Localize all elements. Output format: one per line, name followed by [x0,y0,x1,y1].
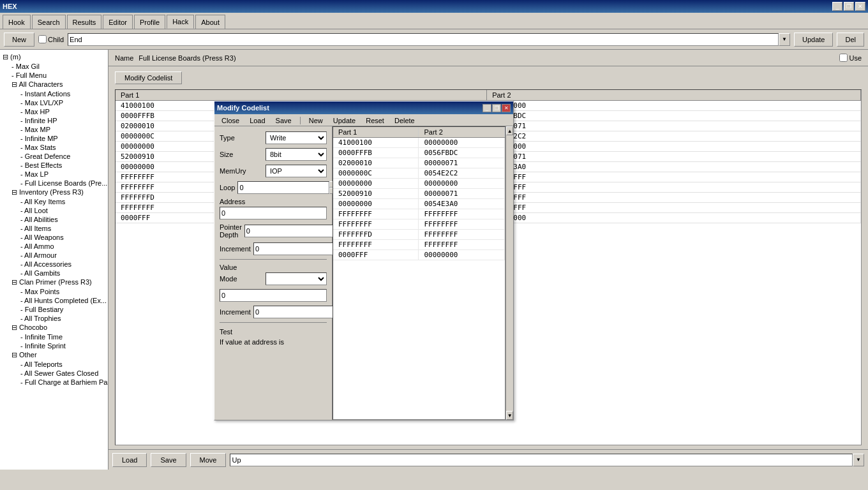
tree-item-maxgil[interactable]: - Max Gil [3,62,105,71]
tree-item-maxhp[interactable]: - Max HP [3,107,105,116]
mode-select[interactable] [266,272,327,285]
tree-item-clanprimer[interactable]: ⊟ Clan Primer (Press R3) [3,278,105,287]
tree-item-allweapons[interactable]: - All Weapons [3,233,105,242]
modal-table-cell: 0000000C [333,168,419,179]
table-row[interactable]: 0000000C0054E2C2 [333,168,505,179]
restore-button[interactable]: ❐ [844,2,854,11]
tree-item-fullcharge[interactable]: - Full Charge at Barhiem Passage [3,378,105,387]
tree-item-instantactions[interactable]: - Instant Actions [3,89,105,98]
tab-search[interactable]: Search [32,15,66,29]
tree-item-inventory[interactable]: ⊟ Inventory (Press R3) [3,188,105,197]
tree-item-allcharacters[interactable]: ⊟ All Characters [3,80,105,89]
tree-item-m[interactable]: ⊟ (m) [3,52,105,62]
tree-item-maxlp[interactable]: - Max LP [3,170,105,179]
tree-item-infinitesprint[interactable]: - Infinite Sprint [3,341,105,350]
modal-menu-save[interactable]: Save [271,115,296,126]
tree-item-allgambits[interactable]: - All Gambits [3,269,105,278]
tree-item-allitems[interactable]: - All Items [3,224,105,233]
tab-hack[interactable]: Hack [167,15,194,29]
del-button[interactable]: Del [837,33,864,47]
value-input[interactable] [220,289,327,302]
child-checkbox[interactable] [38,35,47,43]
modal-minimize-btn[interactable]: _ [483,104,491,112]
tab-profile[interactable]: Profile [134,15,165,29]
address-input[interactable] [220,207,327,219]
tree-item-maxpoints[interactable]: - Max Points [3,287,105,296]
tree-item-maxstats[interactable]: - Max Stats [3,143,105,152]
tree-item-greatdefence[interactable]: - Great Defence [3,152,105,161]
tree-item-allammo[interactable]: - All Ammo [3,242,105,251]
modal-restore-btn[interactable]: ❐ [492,104,501,112]
table-row[interactable]: 0200001000000071 [333,158,505,168]
increment2-row: Increment [220,306,327,318]
tree-item-fullmenu[interactable]: - Full Menu [3,71,105,80]
modal-menu-close[interactable]: Close [217,115,244,126]
size-row: Size 8bit 16bit 32bit [220,148,327,161]
tree-item-maxmp[interactable]: - Max MP [3,125,105,134]
tree-item-allkeyitems[interactable]: - All Key Items [3,197,105,206]
tab-results[interactable]: Results [67,15,102,29]
loop-row: Loop ▲ ▼ [220,181,327,194]
close-button[interactable]: ✕ [855,2,865,11]
minimize-button[interactable]: _ [832,2,842,11]
tree-item-allarmour[interactable]: - All Armour [3,251,105,260]
loop-input[interactable] [237,181,329,194]
tab-about[interactable]: About [195,15,225,29]
modal-menu-load[interactable]: Load [245,115,269,126]
table-row[interactable]: FFFFFFFFFFFFFFFF [333,209,505,219]
memory-select[interactable]: IOP EE VU0 [266,165,327,177]
increment2-input[interactable] [253,306,345,318]
tree-item-allhunts[interactable]: - All Hunts Completed (Ex... [3,296,105,305]
table-row[interactable]: 0000000000000000 [333,179,505,189]
modal-menu-reset[interactable]: Reset [361,115,389,126]
end-dropdown-arrow[interactable]: ▼ [779,33,790,46]
tree-item-infinitemp[interactable]: - Infinite MP [3,134,105,143]
table-row[interactable]: FFFFFFFDFFFFFFFF [333,230,505,240]
tree-item-allsewergates[interactable]: - All Sewer Gates Closed [3,369,105,378]
tab-editor[interactable]: Editor [103,15,133,29]
modal-scrollbar[interactable]: ▲ ▼ [505,126,513,420]
scrollbar-down[interactable]: ▼ [506,411,513,420]
tree-item-other[interactable]: ⊟ Other [3,350,105,360]
tree-item-fulllicenseboards[interactable]: - Full License Boards (Pre... [3,179,105,188]
tree-item-allaccessories[interactable]: - All Accessories [3,260,105,269]
tab-hook[interactable]: Hook [3,15,31,29]
modal-table-cell: 00000071 [419,189,505,199]
table-row[interactable]: 5200091000000071 [333,189,505,199]
modal-menu-update[interactable]: Update [329,115,360,126]
end-combo-wrap: ▼ [68,33,790,46]
end-input[interactable] [68,33,779,46]
tree-item-besteffects[interactable]: - Best Effects [3,161,105,170]
update-button[interactable]: Update [794,33,833,47]
modal-right-wrap: Part 1 Part 2 41000100000000000000FFFB00… [333,126,513,420]
pointer-depth-input[interactable] [244,225,336,237]
size-select[interactable]: 8bit 16bit 32bit [266,148,327,161]
table-row[interactable]: 4100010000000000 [333,138,505,148]
tree-item-chocobo[interactable]: ⊟ Chocobo [3,323,105,332]
tree-item-maxlvlxp[interactable]: - Max LVL/XP [3,98,105,107]
table-row[interactable]: FFFFFFFFFFFFFFFF [333,219,505,230]
modal-menu-delete[interactable]: Delete [390,115,419,126]
tree-item-fullbestiary[interactable]: - Full Bestiary [3,305,105,314]
new-button[interactable]: New [4,33,34,47]
modal-close-btn[interactable]: ✕ [502,104,511,112]
mode-label: Mode [220,275,263,283]
table-row[interactable]: 0000FFF00000000 [333,250,505,260]
modal-table-cell: 0000FFFB [333,148,419,158]
scrollbar-up[interactable]: ▲ [506,126,513,135]
type-select[interactable]: Write Read Poke [266,131,327,144]
table-row[interactable]: 000000000054E3A0 [333,199,505,209]
modal-menu-new[interactable]: New [304,115,327,126]
address-label: Address [220,198,327,205]
tree-item-alltrophies[interactable]: - All Trophies [3,314,105,323]
modal-table-cell: FFFFFFFF [333,209,419,219]
tree-item-allloot[interactable]: - All Loot [3,206,105,215]
tree-item-allabilities[interactable]: - All Abilities [3,215,105,224]
tree-item-infinitehp[interactable]: - Infinite HP [3,116,105,125]
tree-item-infinitetime[interactable]: - Infinite Time [3,332,105,341]
table-row[interactable]: FFFFFFFFFFFFFFFF [333,240,505,250]
tree-item-allteleports[interactable]: - All Teleports [3,360,105,369]
increment1-input[interactable] [253,242,345,255]
table-row[interactable]: 0000FFFB0056FBDC [333,148,505,158]
loop-label: Loop [220,184,235,191]
